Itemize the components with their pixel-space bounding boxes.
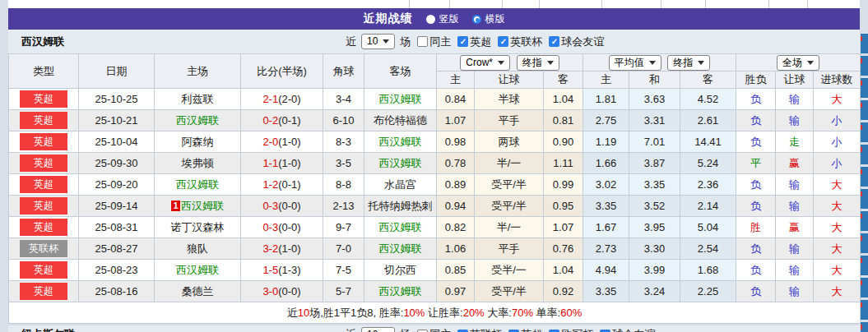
avg-home-odds: 4.94 <box>583 260 629 281</box>
layout-horizontal-option[interactable]: 横版 <box>472 12 505 26</box>
filter-checkbox-欧冠杯[interactable]: ✓欧冠杯 <box>549 327 593 332</box>
corner-count: 2-13 <box>323 196 364 217</box>
home-team: 狼队 <box>155 238 241 260</box>
checkbox-unchecked-icon[interactable] <box>417 36 428 47</box>
decor-line <box>601 0 602 8</box>
result-outcome: 负 <box>736 110 776 131</box>
checkbox-checked-icon[interactable]: ✓ <box>457 36 468 47</box>
full-time-score: 3-2 <box>262 242 278 255</box>
result-goals: 大 <box>814 196 861 217</box>
handicap-odds-group-header: Crow* 终指 <box>437 54 583 71</box>
sub-header-outcome: 胜负 <box>736 71 776 89</box>
avg-home-odds: 3.35 <box>583 196 629 217</box>
match-type: 英超 <box>9 217 79 238</box>
edge-strip-segment <box>861 34 868 53</box>
filter-checkbox-英联杯[interactable]: ✓英联杯 <box>498 35 542 49</box>
col-header-away: 客场 <box>364 54 437 89</box>
match-date: 25-09-20 <box>79 174 155 196</box>
half-time-score: (0-0) <box>278 221 300 233</box>
games-label: 场 <box>400 35 411 49</box>
filter-checkbox-英联杯[interactable]: ✓英联杯 <box>457 327 502 332</box>
games-label: 场 <box>400 327 411 332</box>
filter-checkbox-英超[interactable]: ✓英超 <box>508 327 542 332</box>
recent-count-select[interactable]: 10 <box>361 327 395 332</box>
match-date: 25-09-14 <box>79 196 155 217</box>
half-time-score: (2-0) <box>278 93 300 105</box>
score: 0-3(0-0) <box>241 196 323 217</box>
edge-strip-segment <box>861 167 868 187</box>
avg-away-odds: 1.68 <box>680 260 736 281</box>
layout-vertical-option[interactable]: 竖版 <box>426 12 459 26</box>
filter-checkbox-同主[interactable]: 同主 <box>417 35 451 49</box>
decor-line <box>705 0 706 8</box>
result-outcome: 负 <box>736 89 776 110</box>
league-badge: 英超 <box>20 90 67 108</box>
summary-row: 近10场,胜1平1负8, 胜率:10% 让胜率:20% 大率:70% 单率:60… <box>9 302 861 324</box>
checkbox-checked-icon[interactable]: ✓ <box>600 330 610 332</box>
result-handicap-value: 赢 <box>789 157 800 169</box>
score: 3-2(1-0) <box>241 238 323 260</box>
checkbox-checked-icon[interactable]: ✓ <box>549 330 559 332</box>
filter-checkbox-同主[interactable]: 同主 <box>417 327 451 332</box>
radio-unselected-icon[interactable] <box>426 15 435 24</box>
average-time-select[interactable]: 终指 <box>667 55 710 71</box>
odds-company-select[interactable]: Crow* <box>460 55 510 71</box>
edge-strip-segment <box>861 300 868 320</box>
corner-count: 8-3 <box>323 131 364 153</box>
radio-selected-icon[interactable] <box>472 15 481 24</box>
radio-vertical-label: 竖版 <box>439 12 459 26</box>
result-handicap: 走 <box>776 131 814 153</box>
checkbox-checked-icon[interactable]: ✓ <box>549 36 559 47</box>
checkbox-checked-icon[interactable]: ✓ <box>457 330 468 332</box>
edge-strip-segment <box>861 278 868 297</box>
col-header-home: 主场 <box>155 54 241 89</box>
sub-header-handicap-result: 让球 <box>776 71 814 89</box>
full-time-score: 0-3 <box>262 221 278 233</box>
home-team: 利兹联 <box>155 89 241 110</box>
result-handicap: 输 <box>776 174 814 196</box>
filter-checkbox-球会友谊[interactable]: ✓球会友谊 <box>549 35 604 49</box>
match-row: 英超25-08-23西汉姆联1-5(1-3)7-5切尔西0.85受半/一1.04… <box>9 260 861 281</box>
avg-draw-odds: 7.01 <box>629 131 680 153</box>
match-date: 25-10-21 <box>79 110 155 131</box>
result-handicap-value: 输 <box>789 200 800 212</box>
checkbox-unchecked-icon[interactable] <box>417 330 428 332</box>
odds-home: 1.06 <box>437 238 475 260</box>
corner-count: 8-8 <box>323 174 364 196</box>
checkbox-label: 球会友谊 <box>612 327 655 332</box>
result-handicap-value: 走 <box>789 136 800 148</box>
sub-header-avg-draw: 和 <box>629 71 680 89</box>
chevron-down-icon <box>498 61 504 65</box>
half-time-score: (0-1) <box>278 178 300 191</box>
avg-home-odds: 1.81 <box>583 89 629 110</box>
decor-line <box>768 0 769 8</box>
edge-strip-segment <box>861 122 868 142</box>
handicap-line: 半/一 <box>475 217 544 238</box>
near-label: 近 <box>346 327 356 332</box>
score: 0-3(0-0) <box>241 217 323 238</box>
odds-home: 0.78 <box>437 153 475 174</box>
filter-checkbox-球会友谊[interactable]: ✓球会友谊 <box>600 327 655 332</box>
home-team: 西汉姆联 <box>155 174 241 196</box>
away-team-name: 布伦特福德 <box>374 114 427 127</box>
handicap-time-select[interactable]: 终指 <box>517 55 559 71</box>
checkbox-checked-icon[interactable]: ✓ <box>508 330 519 332</box>
filter-checkbox-英超[interactable]: ✓英超 <box>457 35 491 49</box>
average-odds-select[interactable]: 平均值 <box>609 55 661 71</box>
league-badge: 英超 <box>20 112 67 129</box>
recent-count-select[interactable]: 10 <box>361 34 395 49</box>
result-goals-value: 大 <box>832 285 842 297</box>
corner-count: 3-5 <box>323 153 364 174</box>
corner-count: 3-4 <box>323 89 364 110</box>
checkbox-checked-icon[interactable]: ✓ <box>498 36 508 47</box>
away-team-name: 托特纳姆热刺 <box>369 200 433 212</box>
result-handicap-value: 输 <box>789 285 800 297</box>
section-title: 近期战绩 <box>364 12 413 26</box>
away-team: 西汉姆联 <box>364 131 437 153</box>
match-type: 英超 <box>9 110 79 131</box>
away-team-name: 西汉姆联 <box>379 242 422 255</box>
away-team-name: 切尔西 <box>384 264 416 276</box>
right-edge-strip <box>861 0 868 332</box>
scope-select[interactable]: 全场 <box>777 55 819 71</box>
next-section-bar: 纽卡斯尔联 近10场同主✓英联杯✓英超✓欧冠杯✓球会友谊 <box>8 325 860 332</box>
